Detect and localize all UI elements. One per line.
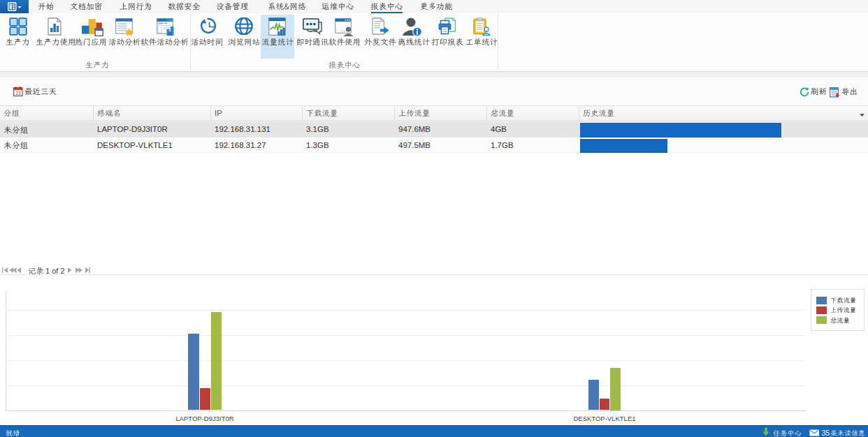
svg-text:23: 23 [15, 90, 21, 95]
